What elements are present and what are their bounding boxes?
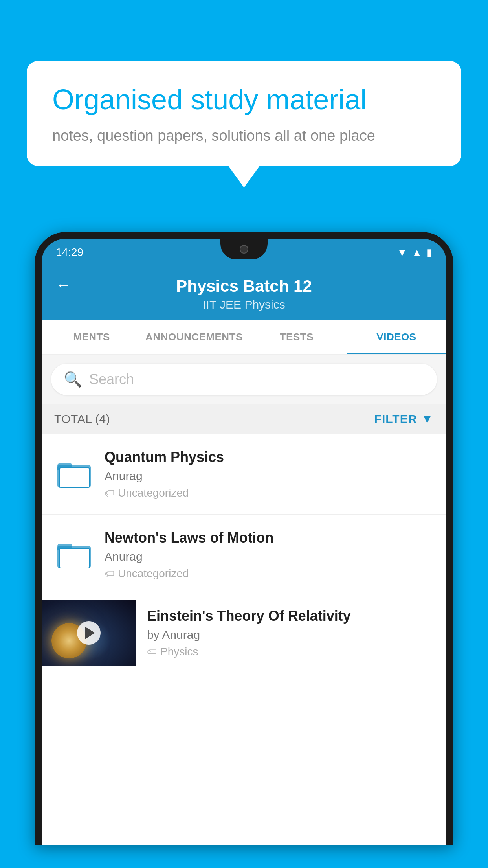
bubble-arrow [228,166,260,188]
app-subtitle: IIT JEE Physics [203,298,285,311]
video-author: by Anurag [147,628,434,642]
tab-tests[interactable]: TESTS [247,320,347,354]
search-icon: 🔍 [64,371,82,388]
battery-icon: ▮ [427,246,432,259]
app-screen: ← Physics Batch 12 IIT JEE Physics MENTS… [42,266,446,845]
search-input[interactable]: Search [89,371,134,388]
filter-button[interactable]: FILTER ▼ [374,412,434,426]
folder-icon-wrapper [54,454,94,494]
signal-icon: ▲ [412,246,422,259]
video-title: Quantum Physics [105,449,434,465]
filter-bar: TOTAL (4) FILTER ▼ [42,404,446,434]
video-tag: 🏷 Uncategorized [105,567,434,580]
status-icons: ▼ ▲ ▮ [397,246,432,259]
camera [240,245,248,254]
speech-bubble-section: Organised study material notes, question… [27,61,461,188]
search-bar[interactable]: 🔍 Search [51,364,437,395]
tab-announcements[interactable]: ANNOUNCEMENTS [141,320,247,354]
video-info: Einstein's Theory Of Relativity by Anura… [147,595,434,671]
list-item[interactable]: Quantum Physics Anurag 🏷 Uncategorized [42,434,446,515]
video-list: Quantum Physics Anurag 🏷 Uncategorized [42,434,446,671]
filter-label: FILTER [374,412,417,426]
video-tag: 🏷 Uncategorized [105,487,434,499]
video-tag: 🏷 Physics [147,645,434,658]
search-container: 🔍 Search [42,355,446,404]
play-icon [85,627,95,639]
speech-bubble: Organised study material notes, question… [27,61,461,166]
video-title: Einstein's Theory Of Relativity [147,608,434,624]
tab-ments[interactable]: MENTS [42,320,141,354]
notch [220,239,268,259]
tag-icon: 🏷 [105,487,115,499]
bubble-subtitle: notes, question papers, solutions all at… [52,127,436,144]
phone-outer: 14:29 ▼ ▲ ▮ ← Physics Batch 12 IIT JEE P… [35,232,453,845]
phone-mockup: 14:29 ▼ ▲ ▮ ← Physics Batch 12 IIT JEE P… [35,232,453,868]
app-title: Physics Batch 12 [176,277,312,296]
list-item[interactable]: Newton's Laws of Motion Anurag 🏷 Uncateg… [42,515,446,595]
folder-icon-wrapper [54,535,94,574]
video-info: Newton's Laws of Motion Anurag 🏷 Uncateg… [105,530,434,580]
folder-icon [57,460,91,488]
list-item[interactable]: Einstein's Theory Of Relativity by Anura… [42,595,446,671]
app-header: ← Physics Batch 12 IIT JEE Physics [42,266,446,320]
status-bar: 14:29 ▼ ▲ ▮ [42,239,446,266]
bubble-title: Organised study material [52,83,436,116]
tag-icon: 🏷 [147,646,157,658]
filter-icon: ▼ [421,412,434,426]
video-author: Anurag [105,469,434,483]
video-thumbnail [42,600,136,666]
time-display: 14:29 [56,246,83,259]
video-title: Newton's Laws of Motion [105,530,434,546]
folder-icon [57,541,91,568]
tabs-bar: MENTS ANNOUNCEMENTS TESTS VIDEOS [42,320,446,355]
tag-label: Uncategorized [118,487,189,499]
play-button[interactable] [77,621,101,645]
video-info: Quantum Physics Anurag 🏷 Uncategorized [105,449,434,499]
back-button[interactable]: ← [56,277,71,294]
wifi-icon: ▼ [397,246,407,259]
tab-videos[interactable]: VIDEOS [347,320,446,354]
tag-icon: 🏷 [105,568,115,580]
video-author: Anurag [105,550,434,563]
tag-label: Physics [160,645,198,658]
tag-label: Uncategorized [118,567,189,580]
total-count: TOTAL (4) [54,412,110,426]
